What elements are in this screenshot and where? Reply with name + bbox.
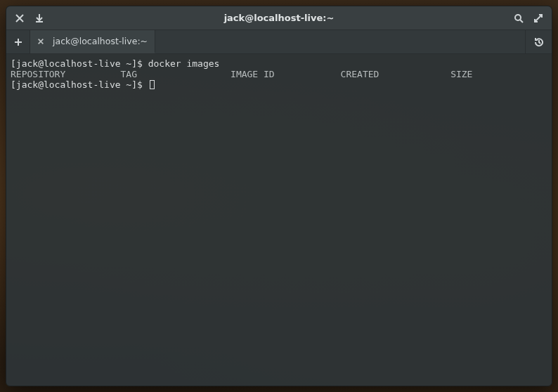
tabbar: jack@localhost-live:~ [6,30,552,54]
tab-label: jack@localhost-live:~ [53,36,148,46]
fullscreen-button[interactable] [529,9,547,27]
terminal-line: [jack@localhost-live ~]$ docker images [11,58,547,69]
shell-prompt: [jack@localhost-live ~]$ [11,79,143,90]
window-title: jack@localhost-live:~ [48,13,510,23]
download-button[interactable] [30,9,48,27]
download-icon [34,13,44,23]
output-columns: REPOSITORY TAG IMAGE ID CREATED SIZE [11,69,547,79]
history-icon [533,37,545,48]
titlebar: jack@localhost-live:~ [6,6,552,30]
terminal-window: jack@localhost-live:~ jack@localhost-liv… [6,6,552,386]
fullscreen-icon [533,13,543,23]
search-icon [514,13,524,23]
tabbar-spacer [155,30,525,53]
history-button[interactable] [525,30,552,53]
tab-terminal-0[interactable]: jack@localhost-live:~ [30,30,155,53]
shell-prompt: [jack@localhost-live ~]$ [11,58,143,69]
close-icon [37,38,44,45]
svg-point-0 [515,15,521,20]
cursor [150,80,155,89]
terminal-viewport[interactable]: [jack@localhost-live ~]$ docker imagesRE… [6,54,552,386]
close-icon [15,13,25,23]
tab-close-button[interactable] [34,35,47,48]
plus-icon [13,37,23,47]
terminal-line-current: [jack@localhost-live ~]$ [11,79,547,90]
search-button[interactable] [510,9,528,27]
command-text: docker images [148,58,220,69]
window-close-button[interactable] [11,9,29,27]
new-tab-button[interactable] [6,30,30,53]
